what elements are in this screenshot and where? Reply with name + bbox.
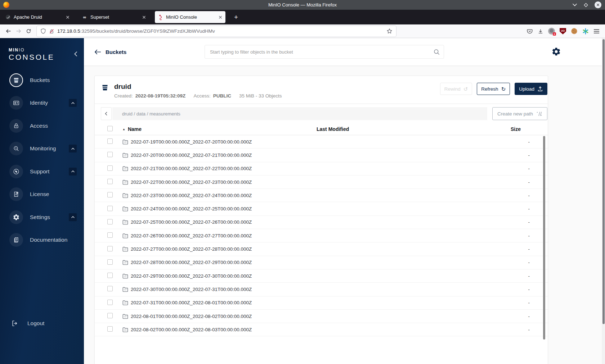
sidebar-item-support[interactable]: Support <box>0 160 84 183</box>
object-row[interactable]: 2022-07-19T00:00:00.000Z_2022-07-20T00:0… <box>95 135 548 149</box>
table-header: ▲ Name Last Modified Size <box>95 123 548 135</box>
forward-icon[interactable] <box>13 26 23 36</box>
column-name[interactable]: Name <box>128 126 142 132</box>
row-checkbox[interactable] <box>107 232 113 238</box>
back-icon[interactable] <box>3 26 13 36</box>
close-icon[interactable] <box>219 15 222 19</box>
row-checkbox[interactable] <box>107 138 113 144</box>
object-row[interactable]: 2022-07-27T00:00:00.000Z_2022-07-28T00:0… <box>95 242 548 256</box>
sidebar-item-identity[interactable]: Identity <box>0 92 84 115</box>
path-toolbar: druid / data / measurements Create new p… <box>95 104 548 123</box>
tab-minio-console[interactable]: MinIO Console <box>155 11 225 23</box>
sidebar: MINIO CONSOLE BucketsIdentityAccessMonit… <box>0 38 84 364</box>
object-row[interactable]: 2022-07-20T00:00:00.000Z_2022-07-21T00:0… <box>95 149 548 162</box>
object-row[interactable]: 2022-07-28T00:00:00.000Z_2022-07-29T00:0… <box>95 256 548 269</box>
folder-icon <box>122 193 128 198</box>
download-icon[interactable] <box>538 28 543 34</box>
list-scrollbar[interactable] <box>543 136 545 340</box>
settings-icon <box>9 210 23 224</box>
sidebar-item-monitoring[interactable]: Monitoring <box>0 137 84 160</box>
shield-icon[interactable] <box>40 28 46 34</box>
row-checkbox[interactable] <box>107 219 113 224</box>
row-checkbox[interactable] <box>107 286 113 291</box>
sidebar-item-access[interactable]: Access <box>0 114 84 137</box>
folder-icon <box>122 206 128 211</box>
object-row[interactable]: 2022-07-22T00:00:00.000Z_2022-07-23T00:0… <box>95 176 548 189</box>
object-row[interactable]: 2022-07-23T00:00:00.000Z_2022-07-24T00:0… <box>95 189 548 202</box>
chevron-up-icon[interactable] <box>69 168 77 176</box>
create-path-icon <box>536 111 542 117</box>
scrollbar-thumb[interactable] <box>602 39 605 324</box>
column-last-modified[interactable]: Last Modified <box>317 126 502 132</box>
gear-icon[interactable] <box>551 47 561 58</box>
tab-apache-druid[interactable]: Apache Druid <box>2 11 73 23</box>
column-size[interactable]: Size <box>502 126 534 132</box>
collapse-sidebar-icon[interactable] <box>73 51 78 57</box>
sidebar-item-license[interactable]: License <box>0 183 84 206</box>
chevron-up-icon[interactable] <box>69 145 77 153</box>
row-checkbox[interactable] <box>107 192 113 197</box>
object-row[interactable]: 2022-08-02T00:00:00.000Z_2022-08-03T00:0… <box>95 323 548 336</box>
rewind-button[interactable]: Rewind ↺ <box>440 83 472 95</box>
object-row[interactable]: 2022-07-31T00:00:00.000Z_2022-08-01T00:0… <box>95 296 548 310</box>
row-checkbox[interactable] <box>107 152 113 157</box>
reload-icon[interactable] <box>23 26 33 36</box>
object-row[interactable]: 2022-07-21T00:00:00.000Z_2022-07-22T00:0… <box>95 162 548 176</box>
url-bar[interactable]: 172.18.0.5:32595/buckets/druid/browse/ZG… <box>37 26 396 37</box>
sidebar-item-logout[interactable]: Logout <box>9 317 44 330</box>
folder-icon <box>122 139 128 145</box>
object-row[interactable]: 2022-07-24T00:00:00.000Z_2022-07-25T00:0… <box>95 202 548 215</box>
object-row[interactable]: 2022-07-25T00:00:00.000Z_2022-07-26T00:0… <box>95 216 548 229</box>
back-arrow-icon <box>94 49 101 55</box>
search-input[interactable] <box>210 49 430 55</box>
privacy-extension-icon[interactable]: x <box>548 28 555 35</box>
row-checkbox[interactable] <box>107 300 113 305</box>
row-checkbox[interactable] <box>107 259 113 265</box>
restore-icon[interactable] <box>583 3 588 8</box>
create-new-path-button[interactable]: Create new path <box>492 107 547 120</box>
select-all-checkbox[interactable] <box>107 126 113 131</box>
object-name: 2022-08-01T00:00:00.000Z_2022-08-02T00:0… <box>131 314 252 319</box>
new-tab-button[interactable]: + <box>231 13 241 21</box>
created-value: 2022-08-19T05:32:09Z <box>135 93 186 99</box>
object-row[interactable]: 2022-07-26T00:00:00.000Z_2022-07-27T00:0… <box>95 229 548 242</box>
ublock-origin-icon[interactable]: UO <box>560 28 566 35</box>
minimize-icon[interactable] <box>572 3 577 6</box>
row-checkbox[interactable] <box>107 165 113 171</box>
upload-button[interactable]: Upload <box>515 83 547 95</box>
row-checkbox[interactable] <box>107 206 113 211</box>
sidebar-item-settings[interactable]: Settings <box>0 206 84 229</box>
pocket-icon[interactable] <box>526 28 533 35</box>
bucket-size-summary: 35 MiB - 33 Objects <box>239 93 282 99</box>
object-name: 2022-07-23T00:00:00.000Z_2022-07-24T00:0… <box>131 193 252 198</box>
chevron-up-icon[interactable] <box>69 99 77 107</box>
back-to-buckets-link[interactable]: Buckets <box>94 49 126 55</box>
close-icon[interactable] <box>142 15 146 19</box>
sidebar-item-buckets[interactable]: Buckets <box>0 69 84 92</box>
row-checkbox[interactable] <box>107 326 113 332</box>
refresh-button[interactable]: Refresh ↻ <box>477 83 510 95</box>
cookie-extension-icon[interactable] <box>571 28 578 35</box>
close-window-icon[interactable] <box>595 1 601 8</box>
row-checkbox[interactable] <box>107 273 113 278</box>
asterisk-extension-icon[interactable] <box>582 28 589 35</box>
path-back-button[interactable] <box>101 107 112 120</box>
sidebar-item-documentation[interactable]: Documentation <box>0 229 84 252</box>
row-checkbox[interactable] <box>107 313 113 318</box>
tab-superset[interactable]: ∞Superset <box>79 11 149 23</box>
object-row[interactable]: 2022-07-30T00:00:00.000Z_2022-07-31T00:0… <box>95 283 548 296</box>
folder-icon <box>122 246 128 252</box>
insecure-lock-icon[interactable] <box>49 28 54 34</box>
row-checkbox[interactable] <box>107 246 113 251</box>
close-icon[interactable] <box>66 15 70 19</box>
object-size: - <box>502 287 534 292</box>
menu-icon[interactable] <box>593 29 600 34</box>
sort-asc-icon[interactable]: ▲ <box>122 128 125 131</box>
object-row[interactable]: 2022-08-01T00:00:00.000Z_2022-08-02T00:0… <box>95 310 548 323</box>
chevron-up-icon[interactable] <box>69 213 77 221</box>
bookmark-star-icon[interactable] <box>386 28 393 34</box>
object-row[interactable]: 2022-07-29T00:00:00.000Z_2022-07-30T00:0… <box>95 269 548 283</box>
main-content: Buckets <box>84 38 605 364</box>
browser-scrollbar[interactable] <box>602 38 605 364</box>
row-checkbox[interactable] <box>107 179 113 184</box>
